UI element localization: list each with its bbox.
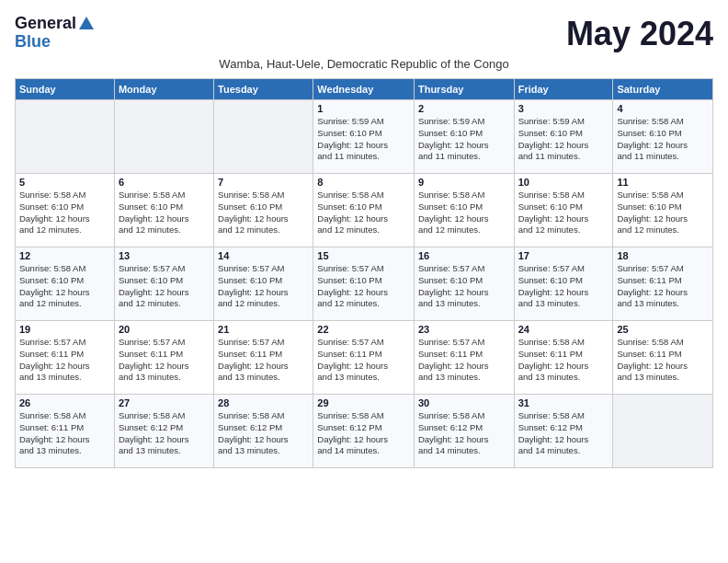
calendar-cell: 28Sunrise: 5:58 AM Sunset: 6:12 PM Dayli… bbox=[214, 395, 313, 468]
day-info: Sunrise: 5:57 AM Sunset: 6:11 PM Dayligh… bbox=[418, 337, 510, 384]
calendar-header-row: SundayMondayTuesdayWednesdayThursdayFrid… bbox=[16, 79, 713, 100]
day-info: Sunrise: 5:57 AM Sunset: 6:10 PM Dayligh… bbox=[317, 263, 410, 310]
day-info: Sunrise: 5:58 AM Sunset: 6:11 PM Dayligh… bbox=[617, 337, 709, 384]
day-info: Sunrise: 5:58 AM Sunset: 6:10 PM Dayligh… bbox=[418, 190, 510, 236]
calendar-week-row: 12Sunrise: 5:58 AM Sunset: 6:10 PM Dayli… bbox=[16, 247, 713, 321]
calendar-cell: 26Sunrise: 5:58 AM Sunset: 6:11 PM Dayli… bbox=[16, 395, 115, 468]
calendar-cell: 21Sunrise: 5:57 AM Sunset: 6:11 PM Dayli… bbox=[214, 321, 313, 395]
calendar-cell: 10Sunrise: 5:58 AM Sunset: 6:10 PM Dayli… bbox=[514, 174, 613, 247]
day-info: Sunrise: 5:58 AM Sunset: 6:12 PM Dayligh… bbox=[518, 410, 609, 457]
day-number: 11 bbox=[617, 177, 709, 188]
page-header: General Blue May 2024 bbox=[15, 15, 713, 53]
calendar-cell bbox=[16, 100, 115, 174]
day-number: 7 bbox=[218, 177, 309, 188]
day-number: 20 bbox=[119, 324, 210, 335]
day-info: Sunrise: 5:57 AM Sunset: 6:10 PM Dayligh… bbox=[518, 263, 609, 310]
day-number: 14 bbox=[218, 250, 309, 261]
day-of-week-header: Thursday bbox=[414, 79, 514, 100]
svg-marker-0 bbox=[79, 17, 94, 29]
logo-blue-text: Blue bbox=[15, 33, 51, 52]
day-number: 31 bbox=[518, 397, 609, 408]
month-title: May 2024 bbox=[566, 15, 713, 53]
day-number: 22 bbox=[317, 324, 410, 335]
day-info: Sunrise: 5:58 AM Sunset: 6:10 PM Dayligh… bbox=[19, 190, 110, 236]
logo: General Blue bbox=[15, 15, 95, 52]
day-info: Sunrise: 5:59 AM Sunset: 6:10 PM Dayligh… bbox=[518, 116, 609, 163]
day-number: 25 bbox=[617, 324, 709, 335]
day-of-week-header: Monday bbox=[114, 79, 213, 100]
day-info: Sunrise: 5:57 AM Sunset: 6:10 PM Dayligh… bbox=[119, 263, 210, 310]
calendar-cell: 4Sunrise: 5:58 AM Sunset: 6:10 PM Daylig… bbox=[613, 100, 713, 174]
day-number: 2 bbox=[418, 103, 510, 114]
day-info: Sunrise: 5:58 AM Sunset: 6:10 PM Dayligh… bbox=[119, 190, 210, 236]
day-number: 30 bbox=[418, 397, 510, 408]
day-info: Sunrise: 5:58 AM Sunset: 6:10 PM Dayligh… bbox=[317, 190, 410, 236]
calendar-cell: 14Sunrise: 5:57 AM Sunset: 6:10 PM Dayli… bbox=[214, 247, 313, 321]
day-number: 10 bbox=[518, 177, 609, 188]
day-number: 23 bbox=[418, 324, 510, 335]
day-info: Sunrise: 5:58 AM Sunset: 6:11 PM Dayligh… bbox=[19, 410, 110, 457]
day-info: Sunrise: 5:58 AM Sunset: 6:10 PM Dayligh… bbox=[19, 263, 110, 310]
calendar-cell: 1Sunrise: 5:59 AM Sunset: 6:10 PM Daylig… bbox=[313, 100, 415, 174]
day-number: 18 bbox=[617, 250, 709, 261]
day-of-week-header: Tuesday bbox=[214, 79, 313, 100]
day-info: Sunrise: 5:57 AM Sunset: 6:11 PM Dayligh… bbox=[317, 337, 410, 384]
day-number: 15 bbox=[317, 250, 410, 261]
day-info: Sunrise: 5:58 AM Sunset: 6:10 PM Dayligh… bbox=[218, 190, 309, 236]
calendar-cell: 24Sunrise: 5:58 AM Sunset: 6:11 PM Dayli… bbox=[514, 321, 613, 395]
calendar-cell: 3Sunrise: 5:59 AM Sunset: 6:10 PM Daylig… bbox=[514, 100, 613, 174]
calendar-cell: 18Sunrise: 5:57 AM Sunset: 6:11 PM Dayli… bbox=[613, 247, 713, 321]
calendar-subtitle: Wamba, Haut-Uele, Democratic Republic of… bbox=[15, 57, 713, 71]
calendar-cell bbox=[214, 100, 313, 174]
calendar-cell bbox=[114, 100, 213, 174]
calendar-cell: 5Sunrise: 5:58 AM Sunset: 6:10 PM Daylig… bbox=[16, 174, 115, 247]
day-number: 3 bbox=[518, 103, 609, 114]
day-of-week-header: Friday bbox=[514, 79, 613, 100]
day-of-week-header: Wednesday bbox=[313, 79, 415, 100]
calendar-cell: 8Sunrise: 5:58 AM Sunset: 6:10 PM Daylig… bbox=[313, 174, 415, 247]
calendar-cell: 2Sunrise: 5:59 AM Sunset: 6:10 PM Daylig… bbox=[414, 100, 514, 174]
calendar-cell: 30Sunrise: 5:58 AM Sunset: 6:12 PM Dayli… bbox=[414, 395, 514, 468]
calendar-cell: 9Sunrise: 5:58 AM Sunset: 6:10 PM Daylig… bbox=[414, 174, 514, 247]
calendar-cell: 25Sunrise: 5:58 AM Sunset: 6:11 PM Dayli… bbox=[613, 321, 713, 395]
calendar-cell: 7Sunrise: 5:58 AM Sunset: 6:10 PM Daylig… bbox=[214, 174, 313, 247]
day-info: Sunrise: 5:58 AM Sunset: 6:12 PM Dayligh… bbox=[218, 410, 309, 457]
calendar-cell: 29Sunrise: 5:58 AM Sunset: 6:12 PM Dayli… bbox=[313, 395, 415, 468]
calendar-cell: 22Sunrise: 5:57 AM Sunset: 6:11 PM Dayli… bbox=[313, 321, 415, 395]
calendar-week-row: 5Sunrise: 5:58 AM Sunset: 6:10 PM Daylig… bbox=[16, 174, 713, 247]
day-number: 5 bbox=[19, 177, 110, 188]
day-info: Sunrise: 5:58 AM Sunset: 6:12 PM Dayligh… bbox=[418, 410, 510, 457]
calendar-cell: 13Sunrise: 5:57 AM Sunset: 6:10 PM Dayli… bbox=[114, 247, 213, 321]
calendar-cell: 17Sunrise: 5:57 AM Sunset: 6:10 PM Dayli… bbox=[514, 247, 613, 321]
calendar-week-row: 1Sunrise: 5:59 AM Sunset: 6:10 PM Daylig… bbox=[16, 100, 713, 174]
calendar-cell: 12Sunrise: 5:58 AM Sunset: 6:10 PM Dayli… bbox=[16, 247, 115, 321]
day-info: Sunrise: 5:57 AM Sunset: 6:10 PM Dayligh… bbox=[418, 263, 510, 310]
day-number: 27 bbox=[119, 397, 210, 408]
day-info: Sunrise: 5:57 AM Sunset: 6:11 PM Dayligh… bbox=[617, 263, 709, 310]
day-number: 4 bbox=[617, 103, 709, 114]
day-info: Sunrise: 5:58 AM Sunset: 6:11 PM Dayligh… bbox=[518, 337, 609, 384]
day-number: 21 bbox=[218, 324, 309, 335]
calendar-cell: 16Sunrise: 5:57 AM Sunset: 6:10 PM Dayli… bbox=[414, 247, 514, 321]
calendar-cell bbox=[613, 395, 713, 468]
day-number: 9 bbox=[418, 177, 510, 188]
day-info: Sunrise: 5:58 AM Sunset: 6:12 PM Dayligh… bbox=[119, 410, 210, 457]
calendar-table: SundayMondayTuesdayWednesdayThursdayFrid… bbox=[15, 78, 713, 468]
day-info: Sunrise: 5:57 AM Sunset: 6:11 PM Dayligh… bbox=[19, 337, 110, 384]
logo-general-text: General bbox=[15, 15, 76, 33]
day-info: Sunrise: 5:57 AM Sunset: 6:11 PM Dayligh… bbox=[119, 337, 210, 384]
calendar-week-row: 26Sunrise: 5:58 AM Sunset: 6:11 PM Dayli… bbox=[16, 395, 713, 468]
calendar-cell: 6Sunrise: 5:58 AM Sunset: 6:10 PM Daylig… bbox=[114, 174, 213, 247]
day-info: Sunrise: 5:59 AM Sunset: 6:10 PM Dayligh… bbox=[418, 116, 510, 163]
calendar-cell: 23Sunrise: 5:57 AM Sunset: 6:11 PM Dayli… bbox=[414, 321, 514, 395]
day-number: 1 bbox=[317, 103, 410, 114]
day-number: 16 bbox=[418, 250, 510, 261]
day-number: 19 bbox=[19, 324, 110, 335]
calendar-cell: 31Sunrise: 5:58 AM Sunset: 6:12 PM Dayli… bbox=[514, 395, 613, 468]
day-number: 28 bbox=[218, 397, 309, 408]
day-of-week-header: Saturday bbox=[613, 79, 713, 100]
day-number: 17 bbox=[518, 250, 609, 261]
day-number: 24 bbox=[518, 324, 609, 335]
day-info: Sunrise: 5:57 AM Sunset: 6:11 PM Dayligh… bbox=[218, 337, 309, 384]
day-info: Sunrise: 5:58 AM Sunset: 6:10 PM Dayligh… bbox=[617, 116, 709, 163]
